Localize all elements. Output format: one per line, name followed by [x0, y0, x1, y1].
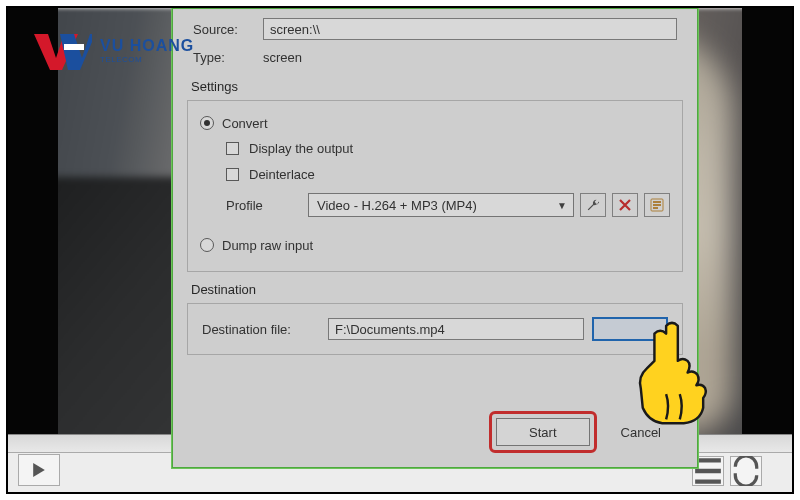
deinterlace-checkbox[interactable]	[226, 168, 239, 181]
dump-raw-row[interactable]: Dump raw input	[200, 233, 670, 257]
delete-x-icon	[618, 198, 632, 212]
profile-dropdown[interactable]: Video - H.264 + MP3 (MP4) ▼	[308, 193, 574, 217]
svg-rect-2	[653, 204, 661, 206]
settings-groupbox: Convert Display the output Deinterlace P…	[187, 100, 683, 272]
dump-raw-label: Dump raw input	[222, 238, 313, 253]
deinterlace-label: Deinterlace	[249, 167, 315, 182]
chevron-down-icon: ▼	[557, 200, 567, 211]
profile-selected-value: Video - H.264 + MP3 (MP4)	[317, 198, 477, 213]
profile-delete-button[interactable]	[612, 193, 638, 217]
start-button[interactable]: Start	[496, 418, 589, 446]
loop-button[interactable]	[730, 456, 762, 486]
destination-file-label: Destination file:	[202, 322, 320, 337]
loop-icon	[731, 456, 761, 486]
source-input[interactable]	[263, 18, 677, 40]
type-value: screen	[263, 50, 302, 65]
profile-label: Profile	[226, 198, 302, 213]
destination-file-input[interactable]	[328, 318, 584, 340]
logo-sub-text: TELECOM	[100, 56, 194, 64]
svg-rect-3	[653, 207, 658, 209]
source-label: Source:	[193, 22, 253, 37]
tutorial-frame: Source: Type: screen Settings Convert Di…	[6, 6, 794, 494]
deinterlace-row[interactable]: Deinterlace	[226, 161, 670, 187]
display-output-checkbox[interactable]	[226, 142, 239, 155]
new-profile-icon	[650, 198, 664, 212]
destination-groupbox: Destination file:	[187, 303, 683, 355]
convert-radio-row[interactable]: Convert	[200, 111, 670, 135]
svg-rect-1	[653, 201, 661, 203]
dialog-footer: Start Cancel	[173, 411, 697, 453]
play-icon	[32, 463, 46, 477]
display-output-label: Display the output	[249, 141, 353, 156]
type-label: Type:	[193, 50, 253, 65]
browse-button[interactable]	[592, 317, 668, 341]
source-section: Source: Type: screen	[187, 9, 683, 71]
convert-radio-label: Convert	[222, 116, 268, 131]
profile-new-button[interactable]	[644, 193, 670, 217]
profile-edit-button[interactable]	[580, 193, 606, 217]
cancel-button[interactable]: Cancel	[611, 418, 671, 446]
brand-logo: VU HOANG TELECOM	[34, 30, 194, 72]
logo-mark-icon	[34, 30, 92, 72]
video-letterbox-right	[742, 8, 792, 434]
display-output-row[interactable]: Display the output	[226, 135, 670, 161]
convert-radio[interactable]	[200, 116, 214, 130]
destination-title: Destination	[191, 282, 683, 297]
settings-title: Settings	[191, 79, 683, 94]
play-button[interactable]	[18, 454, 60, 486]
tutorial-highlight-box: Start	[489, 411, 596, 453]
svg-rect-4	[64, 44, 84, 50]
logo-brand-text: VU HOANG	[100, 38, 194, 54]
convert-dialog: Source: Type: screen Settings Convert Di…	[172, 8, 698, 468]
dump-raw-radio[interactable]	[200, 238, 214, 252]
wrench-icon	[586, 198, 600, 212]
